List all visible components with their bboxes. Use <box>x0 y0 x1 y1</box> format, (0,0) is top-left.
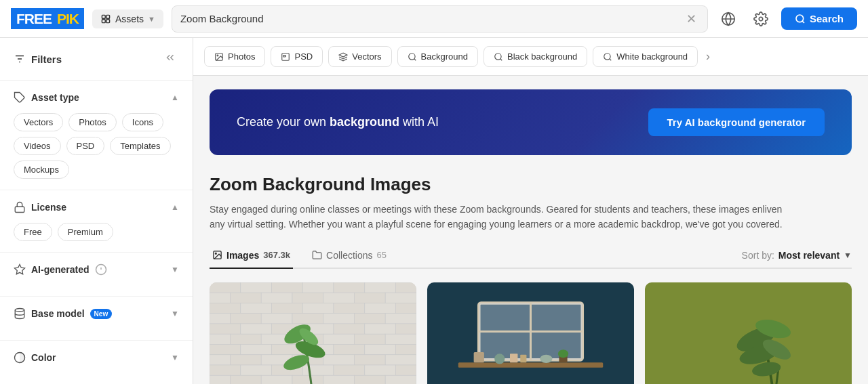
translate-button[interactable] <box>716 7 741 31</box>
chip-vectors[interactable]: Vectors <box>14 113 63 131</box>
svg-point-21 <box>408 53 414 59</box>
filter-tag-photos[interactable]: Photos <box>204 46 265 67</box>
gear-icon <box>753 12 768 26</box>
svg-rect-37 <box>292 293 323 303</box>
chip-psd[interactable]: PSD <box>66 137 105 155</box>
svg-point-5 <box>759 17 763 21</box>
color-section-header[interactable]: Color ▼ <box>14 351 179 364</box>
svg-marker-12 <box>15 265 25 274</box>
filter-tag-vectors[interactable]: Vectors <box>328 46 391 67</box>
asset-type-section-header[interactable]: Asset type ▲ <box>14 91 179 104</box>
filter-tag-white-background-label: White background <box>616 51 688 62</box>
search-button-label: Search <box>810 13 844 24</box>
content-area: Create your own background with AI Try A… <box>193 76 868 384</box>
search-button[interactable]: Search <box>781 7 857 30</box>
svg-rect-94 <box>323 375 355 384</box>
svg-rect-80 <box>323 355 355 365</box>
settings-button[interactable] <box>749 7 773 31</box>
chip-mockups[interactable]: Mockups <box>14 161 69 179</box>
asset-type-chips: Vectors Photos Icons Videos PSD Template… <box>14 113 179 179</box>
svg-rect-46 <box>365 303 396 313</box>
try-ai-generator-button[interactable]: Try AI background generator <box>648 108 825 136</box>
svg-point-115 <box>494 354 505 364</box>
collapse-sidebar-button[interactable] <box>161 49 179 69</box>
svg-rect-68 <box>385 334 416 344</box>
license-section-header[interactable]: License ▲ <box>14 201 179 213</box>
svg-rect-113 <box>458 362 604 368</box>
photos-icon <box>214 52 224 62</box>
clear-search-button[interactable]: ✕ <box>684 13 699 25</box>
svg-point-25 <box>215 253 216 255</box>
svg-rect-92 <box>261 375 292 384</box>
tag-icon <box>14 91 26 104</box>
filter-tag-black-background[interactable]: Black background <box>484 46 587 67</box>
new-badge-base-model: New <box>90 309 113 319</box>
ai-generated-label: AI-generated <box>31 264 90 275</box>
assets-dropdown[interactable]: Assets ▼ <box>92 9 163 28</box>
svg-rect-61 <box>396 324 417 334</box>
sort-value[interactable]: Most relevant <box>778 250 840 261</box>
svg-rect-93 <box>292 375 323 384</box>
svg-rect-96 <box>385 375 416 384</box>
logo[interactable]: FREEPIK <box>11 10 84 28</box>
page-description: Stay engaged during online classes or me… <box>210 202 800 232</box>
tab-collections-count: 65 <box>377 250 387 260</box>
base-model-label: Base model <box>31 308 85 319</box>
svg-rect-82 <box>385 355 416 365</box>
tab-images-label: Images <box>226 250 259 261</box>
svg-rect-67 <box>355 334 386 344</box>
svg-rect-91 <box>231 375 262 384</box>
filter-tag-background[interactable]: Background <box>397 46 478 67</box>
chip-videos[interactable]: Videos <box>14 137 61 155</box>
tab-collections[interactable]: Collections 65 <box>309 243 389 269</box>
sidebar-section-color: Color ▼ <box>0 341 193 384</box>
svg-point-6 <box>796 15 804 22</box>
sidebar-scroll: Asset type ▲ Vectors Photos Icons Videos… <box>0 81 193 384</box>
svg-rect-83 <box>210 365 241 375</box>
ai-generated-chevron-icon: ▼ <box>171 265 179 274</box>
sidebar-header: Filters <box>0 38 193 81</box>
svg-point-22 <box>495 53 501 59</box>
filter-tag-psd[interactable]: PSD <box>271 46 323 67</box>
svg-rect-66 <box>323 334 355 344</box>
image-preview-3 <box>645 282 852 384</box>
chip-templates[interactable]: Templates <box>110 137 170 155</box>
svg-point-19 <box>217 55 218 56</box>
svg-rect-51 <box>292 314 323 324</box>
svg-rect-48 <box>210 314 231 324</box>
search-bar: ✕ <box>172 5 708 33</box>
model-icon <box>14 307 26 320</box>
svg-point-120 <box>558 349 568 358</box>
base-model-title: Base model New <box>14 307 112 320</box>
ai-generated-section-header[interactable]: AI-generated ▼ <box>14 263 179 276</box>
page-layout: Filters Asset type ▲ <box>0 38 868 384</box>
base-model-section-header[interactable]: Base model New ▼ <box>14 307 179 320</box>
sidebar-section-asset-type: Asset type ▲ Vectors Photos Icons Videos… <box>0 81 193 190</box>
chip-free[interactable]: Free <box>14 223 52 241</box>
image-card-3[interactable] <box>645 282 852 384</box>
svg-rect-50 <box>261 314 292 324</box>
svg-rect-70 <box>241 344 272 354</box>
svg-rect-77 <box>231 355 262 365</box>
filter-tag-white-background[interactable]: White background <box>593 46 698 67</box>
filters-label: Filters <box>14 53 62 65</box>
tab-images[interactable]: Images 367.3k <box>210 243 293 269</box>
filter-tags-bar: Photos PSD Vectors Background <box>193 38 868 76</box>
chip-icons[interactable]: Icons <box>122 113 163 131</box>
svg-rect-116 <box>510 354 517 362</box>
search-input[interactable] <box>180 13 678 24</box>
translate-icon <box>721 12 736 26</box>
svg-rect-81 <box>355 355 386 365</box>
dropdown-chevron-icon: ▼ <box>148 15 155 23</box>
filter-tag-psd-label: PSD <box>294 51 313 62</box>
svg-rect-87 <box>334 365 365 375</box>
scroll-tags-right-button[interactable]: › <box>703 49 713 64</box>
svg-rect-56 <box>241 324 272 334</box>
image-card-1[interactable] <box>210 282 416 384</box>
svg-rect-54 <box>385 314 416 324</box>
chip-photos[interactable]: Photos <box>68 113 116 131</box>
image-grid <box>210 282 852 384</box>
svg-rect-31 <box>334 282 365 293</box>
chip-premium[interactable]: Premium <box>58 223 113 241</box>
image-card-2[interactable] <box>427 282 634 384</box>
